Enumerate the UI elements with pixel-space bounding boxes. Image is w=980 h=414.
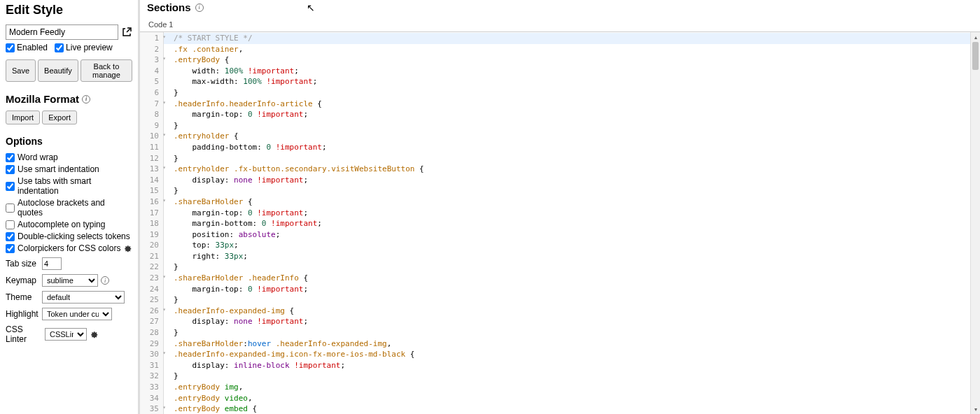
css-linter-label: CSS Linter (6, 324, 42, 344)
highlight-label: Highlight (6, 309, 39, 319)
keymap-label: Keymap (6, 276, 39, 285)
autocomplete-label[interactable]: Autocomplete on typing (18, 220, 105, 229)
beautify-button[interactable]: Beautify (38, 59, 78, 82)
import-button[interactable]: Import (6, 110, 40, 124)
scroll-down-button[interactable]: ▾ (971, 404, 980, 414)
mozilla-format-title: Mozilla Format (6, 93, 79, 105)
tabssmart-checkbox[interactable] (6, 182, 15, 191)
tab-size-input[interactable] (42, 257, 62, 270)
autocomplete-checkbox[interactable] (6, 220, 15, 229)
keymap-select[interactable]: sublime (42, 274, 98, 287)
colorpickers-label[interactable]: Colorpickers for CSS colors (18, 243, 120, 253)
highlight-select[interactable]: Token under cursor (42, 308, 112, 320)
vertical-scrollbar[interactable]: ▴ ▾ (970, 32, 980, 414)
wordwrap-checkbox[interactable] (6, 153, 15, 162)
dblclick-checkbox[interactable] (6, 232, 15, 241)
code-editor[interactable]: 1234567891011121314151617181920212223242… (140, 31, 980, 414)
theme-select[interactable]: default (42, 291, 125, 304)
autoclose-label[interactable]: Autoclose brackets and quotes (18, 198, 132, 217)
wordwrap-label[interactable]: Word wrap (18, 152, 58, 162)
info-icon[interactable]: i (101, 276, 109, 285)
enabled-checkbox-label[interactable]: Enabled (6, 43, 48, 52)
mozilla-format-heading: Mozilla Format i (6, 93, 132, 105)
dblclick-label[interactable]: Double-clicking selects tokens (18, 231, 130, 241)
info-icon[interactable]: i (82, 95, 90, 104)
code-section-label: Code 1 (140, 17, 980, 31)
sections-heading: Sections (147, 1, 191, 13)
tabssmart-label[interactable]: Use tabs with smart indentation (18, 176, 132, 196)
main-panel: ↖ Sections i Code 1 12345678910111213141… (140, 0, 980, 414)
colorpickers-checkbox[interactable] (6, 244, 15, 253)
gear-icon[interactable] (90, 330, 98, 338)
options-heading: Options (6, 136, 132, 147)
line-number-gutter: 1234567891011121314151617181920212223242… (140, 32, 164, 414)
theme-label: Theme (6, 292, 39, 302)
tab-size-label: Tab size (6, 259, 39, 269)
scroll-thumb[interactable] (972, 42, 979, 70)
sidebar: Edit Style Enabled Live preview Save Bea… (0, 0, 140, 414)
autoclose-checkbox[interactable] (6, 204, 15, 213)
smartindent-label[interactable]: Use smart indentation (18, 164, 99, 174)
scroll-up-button[interactable]: ▴ (971, 32, 980, 42)
page-title: Edit Style (6, 3, 132, 17)
livepreview-label-text: Live preview (66, 43, 113, 52)
smartindent-checkbox[interactable] (6, 165, 15, 174)
enabled-label-text: Enabled (17, 43, 48, 52)
gear-icon[interactable] (123, 244, 132, 252)
back-to-manage-button[interactable]: Back to manage (80, 59, 132, 82)
livepreview-checkbox[interactable] (55, 43, 64, 52)
style-name-input[interactable] (6, 24, 118, 40)
enabled-checkbox[interactable] (6, 43, 15, 52)
export-button[interactable]: Export (42, 110, 77, 124)
code-content[interactable]: /* START STYLE */.fx .container,.entryBo… (164, 32, 970, 414)
external-link-icon[interactable] (121, 27, 132, 38)
save-button[interactable]: Save (6, 59, 36, 82)
css-linter-select[interactable]: CSSLint (45, 328, 87, 341)
livepreview-checkbox-label[interactable]: Live preview (55, 43, 113, 52)
info-icon[interactable]: i (195, 3, 204, 12)
